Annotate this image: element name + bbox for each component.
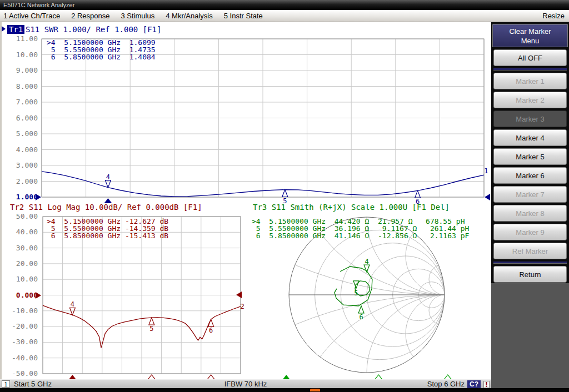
menu-2-response[interactable]: 2 Response	[71, 10, 109, 22]
tr1-trace-number: 1	[484, 167, 488, 175]
softkey-marker-9: Marker 9	[493, 224, 567, 240]
menu-items: 1 Active Ch/Trace2 Response3 Stimulus4 M…	[3, 10, 263, 22]
y-tick: 4.000	[4, 145, 38, 154]
tr1-header[interactable]: S11 SWR 1.000/ Ref 1.000 [F1]	[26, 25, 161, 34]
resize-button[interactable]: Resize	[542, 10, 565, 22]
softkey-marker-8: Marker 8	[493, 205, 567, 222]
y-tick: 10.00	[4, 51, 38, 59]
y-tick: -40.00	[4, 354, 38, 363]
softkey-all-off[interactable]: All OFF	[493, 49, 567, 66]
softkey-menu-title: Clear Marker Menu	[492, 24, 568, 47]
menu-1-active-ch-trace[interactable]: 1 Active Ch/Trace	[3, 10, 60, 22]
y-tick: 3.000	[4, 161, 38, 170]
y-tick: 6.000	[4, 114, 38, 123]
tr1-marker-readout-row: 6 5.8500000 GHz 1.4084	[47, 53, 156, 61]
softkey-marker-2: Marker 2	[493, 92, 567, 108]
status-bar: 1 Start 5 GHz IFBW 70 kHz Stop 6 GHz C? …	[0, 379, 491, 388]
y-tick: 2.000	[4, 177, 38, 186]
active-trace-arrow-icon	[2, 26, 6, 32]
softkey-return[interactable]: Return	[493, 266, 567, 283]
y-tick: 0.000	[4, 291, 38, 300]
y-tick: 30.00	[4, 244, 38, 253]
softkey-menu-title-line1: Clear Marker	[509, 27, 551, 36]
softkey-menu-title-line2: Menu	[521, 36, 540, 46]
softkey-marker-3[interactable]: Marker 3	[493, 110, 567, 127]
alert-indicator: !	[483, 381, 490, 388]
tr3-marker-readout-row: 6 5.8500000 GHz 41.146 Ω -12.856 Ω 2.116…	[252, 232, 469, 240]
softkey-marker-1: Marker 1	[493, 73, 567, 89]
softkey-marker-4[interactable]: Marker 4	[493, 129, 567, 146]
stop-frequency-label: Stop 6 GHz	[427, 380, 465, 389]
menu-3-stimulus[interactable]: 3 Stimulus	[121, 10, 155, 22]
y-tick: 1.000	[4, 193, 38, 202]
y-tick: 50.00	[4, 212, 38, 221]
tr2-header[interactable]: Tr2 S11 Log Mag 10.00dB/ Ref 0.000dB [F1…	[10, 203, 202, 212]
menu-bar: 1 Active Ch/Trace2 Response3 Stimulus4 M…	[0, 10, 569, 22]
ifbw-label: IFBW 70 kHz	[0, 380, 491, 389]
window-bottom-edge	[0, 388, 569, 392]
y-tick: -10.00	[4, 306, 38, 315]
y-tick: 10.00	[4, 275, 38, 284]
softkey-marker-6[interactable]: Marker 6	[493, 167, 567, 184]
softkey-marker-5[interactable]: Marker 5	[493, 148, 567, 165]
softkey-buttons: All OFFMarker 1Marker 2Marker 3Marker 4M…	[493, 49, 567, 283]
y-tick: 40.00	[4, 228, 38, 237]
app-window: E5071C Network Analyzer 1 Active Ch/Trac…	[0, 0, 569, 392]
title-bar[interactable]: E5071C Network Analyzer	[0, 0, 569, 10]
y-tick: -30.00	[4, 338, 38, 346]
softkey-panel-lower	[491, 283, 569, 388]
y-tick: 20.00	[4, 259, 38, 268]
softkey-marker-7: Marker 7	[493, 186, 567, 203]
menu-4-mkr-analysis[interactable]: 4 Mkr/Analysis	[166, 10, 213, 22]
softkey-ref-marker: Ref Marker	[493, 243, 567, 259]
tr2-trace-number: 2	[240, 302, 244, 310]
y-tick: -20.00	[4, 322, 38, 331]
y-tick: 8.000	[4, 82, 38, 91]
y-tick: 9.000	[4, 66, 38, 75]
plot-area-background	[2, 22, 491, 379]
taskbar-fragment	[310, 389, 320, 391]
y-tick: 7.000	[4, 98, 38, 107]
tr2-marker-readout-row: 6 5.8500000 GHz -15.413 dB	[47, 232, 168, 240]
calibration-status-badge: C?	[467, 380, 481, 388]
tr3-header[interactable]: Tr3 S11 Smith (R+jX) Scale 1.000U [F1 De…	[253, 203, 450, 212]
tr1-badge[interactable]: Tr1	[7, 25, 24, 34]
menu-5-instr-state[interactable]: 5 Instr State	[224, 10, 263, 22]
y-tick: 11.00	[4, 34, 38, 43]
softkey-divider	[493, 68, 567, 71]
softkey-divider	[493, 262, 567, 264]
y-tick: -50.00	[4, 369, 38, 378]
y-tick: 5.000	[4, 129, 38, 138]
window-title: E5071C Network Analyzer	[3, 2, 74, 8]
